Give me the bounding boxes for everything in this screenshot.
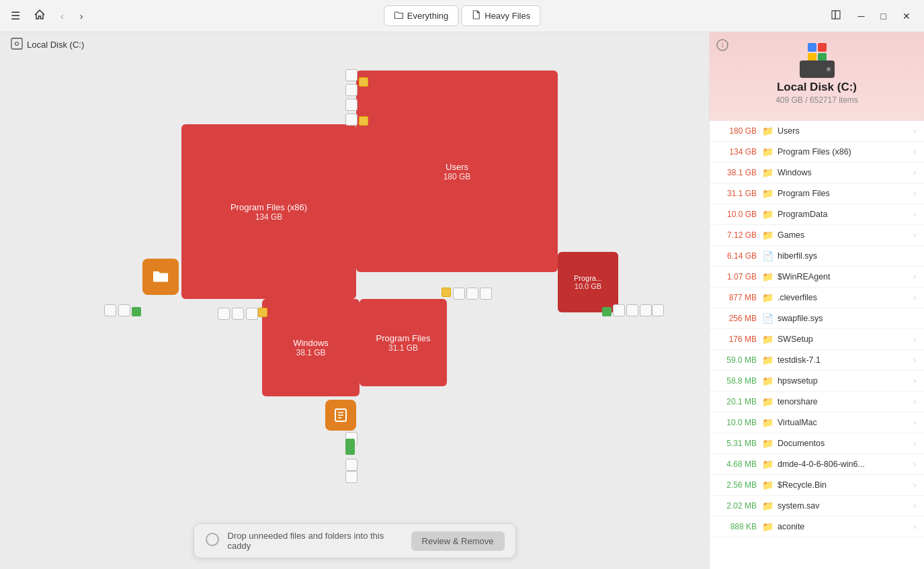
file-chevron: › [913,522,916,531]
small-block-left-5 [246,308,258,320]
file-chevron: › [913,147,916,157]
file-list-item[interactable]: 888 KB 📁 aconite › [710,517,924,537]
file-size: 6.14 GB [718,251,757,261]
review-remove-button[interactable]: Review & Remove [411,531,505,551]
file-name: ProgramData [778,210,913,219]
small-block-2 [345,84,358,96]
book-button[interactable] [825,6,847,26]
file-chevron: › [913,501,916,511]
file-list-item[interactable]: 877 MB 📁 .cleverfiles › [710,288,924,308]
small-block-1 [345,69,358,81]
file-list-item[interactable]: 1.07 GB 📁 $WinREAgent › [710,267,924,288]
file-list-item[interactable]: 31.1 GB 📁 Program Files › [710,183,924,204]
file-name: Documentos [778,439,913,448]
file-chevron: › [913,126,916,136]
file-list-item[interactable]: 20.1 MB 📁 tenorshare › [710,392,924,412]
file-list-item[interactable]: 59.0 MB 📁 testdisk-7.1 › [710,350,924,371]
file-icon: 📁 [762,438,773,449]
tab-heavy-files[interactable]: Heavy Files [461,5,540,26]
file-size: 2.02 MB [718,501,757,511]
file-list-item[interactable]: 4.68 MB 📁 dmde-4-0-6-806-win6... › [710,454,924,475]
svg-point-1 [15,42,19,46]
file-size: 59.0 MB [718,355,757,365]
small-block-yellow-3 [258,308,267,317]
file-name: $WinREAgent [778,272,913,281]
file-list-item[interactable]: 256 MB 📄 swapfile.sys [710,308,924,329]
file-list-item[interactable]: 2.02 MB 📁 system.sav › [710,496,924,517]
file-icon: 📁 [762,500,773,511]
hamburger-button[interactable]: ☰ [8,7,23,25]
close-button[interactable]: ✕ [897,8,916,24]
file-name: Windows [778,168,913,177]
small-block-4 [345,114,358,126]
file-icon: 📁 [762,480,773,490]
titlebar: ☰ ‹ › Everything Heavy Files ─ □ ✕ [0,0,924,32]
small-block-yellow-4 [442,288,451,297]
file-icon: 📁 [762,334,773,345]
file-list-item[interactable]: 58.8 MB 📁 hpswsetup › [710,371,924,392]
caddy-circle-icon [205,532,220,550]
file-chevron: › [913,335,916,344]
block-users[interactable]: Users 180 GB [356,71,558,272]
svg-point-6 [206,533,218,545]
treemap-panel: Local Disk (C:) Users 180 GB Program Fil… [0,32,709,569]
block-orange-notes[interactable] [325,400,356,431]
file-list-item[interactable]: 180 GB 📁 Users › [710,121,924,142]
file-size: 31.1 GB [718,189,757,198]
file-name: SWSetup [778,335,913,344]
file-name: .cleverfiles [778,293,913,302]
maximize-button[interactable]: □ [876,8,892,24]
file-name: VirtualMac [778,418,913,427]
file-name: hiberfil.sys [778,251,916,261]
file-icon: 📁 [762,146,773,157]
disk-info: 409 GB / 652717 items [775,95,858,105]
file-size: 7.12 GB [718,230,757,240]
file-icon: 📁 [762,271,773,282]
file-chevron: › [913,189,916,198]
svg-rect-0 [11,38,22,49]
file-name: dmde-4-0-6-806-win6... [778,459,913,469]
block-windows[interactable]: Windows 38.1 GB [262,299,360,396]
file-chevron: › [913,418,916,427]
forward-button[interactable]: › [76,8,87,24]
file-list-item[interactable]: 38.1 GB 📁 Windows › [710,163,924,183]
tab-everything[interactable]: Everything [384,5,458,26]
minimize-button[interactable]: ─ [853,8,870,24]
file-name: Users [778,126,913,136]
file-list-item[interactable]: 10.0 MB 📁 VirtualMac › [710,412,924,433]
file-size: 4.68 MB [718,459,757,469]
file-name: Games [778,230,913,240]
file-icon: 📁 [762,188,773,199]
small-block-right-3 [640,304,652,316]
small-block-left-2 [118,304,130,316]
file-list-item[interactable]: 176 MB 📁 SWSetup › [710,329,924,350]
file-list-item[interactable]: 5.31 MB 📁 Documentos › [710,433,924,454]
block-programdata[interactable]: Progra... 10.0 GB [558,252,618,312]
file-list-item[interactable]: 134 GB 📁 Program Files (x86) › [710,142,924,163]
small-block-left-3 [218,308,230,320]
file-tab-icon [471,10,480,21]
file-size: 134 GB [718,147,757,157]
file-icon: 📁 [762,521,773,532]
breadcrumb-text: Local Disk (C:) [27,40,84,50]
home-button[interactable] [31,6,48,26]
block-orange-folder[interactable] [142,259,179,295]
block-program-files[interactable]: Program Files 31.1 GB [360,299,447,386]
tab-everything-label: Everything [407,11,448,21]
file-list-item[interactable]: 6.14 GB 📄 hiberfil.sys [710,246,924,267]
file-chevron: › [913,355,916,365]
file-list-item[interactable]: 10.0 GB 📁 ProgramData › [710,204,924,225]
file-list-item[interactable]: 2.56 MB 📁 $Recycle.Bin › [710,475,924,496]
tab-heavy-files-label: Heavy Files [485,11,530,21]
file-list-item[interactable]: 7.12 GB 📁 Games › [710,225,924,246]
info-button[interactable]: i [716,39,728,54]
small-block-tr-3 [480,288,492,300]
caddy-text: Drop unneeded files and folders into thi… [228,531,403,551]
breadcrumb[interactable]: Local Disk (C:) [0,32,709,57]
small-block-tr-2 [466,288,478,300]
back-button[interactable]: ‹ [56,8,68,24]
file-chevron: › [913,376,916,386]
block-program-files-x86[interactable]: Program Files (x86) 134 GB [181,124,356,299]
small-block-right-4 [652,304,664,316]
disk-header: i Local Disk (C:) 409 GB / 652717 items [710,32,924,121]
